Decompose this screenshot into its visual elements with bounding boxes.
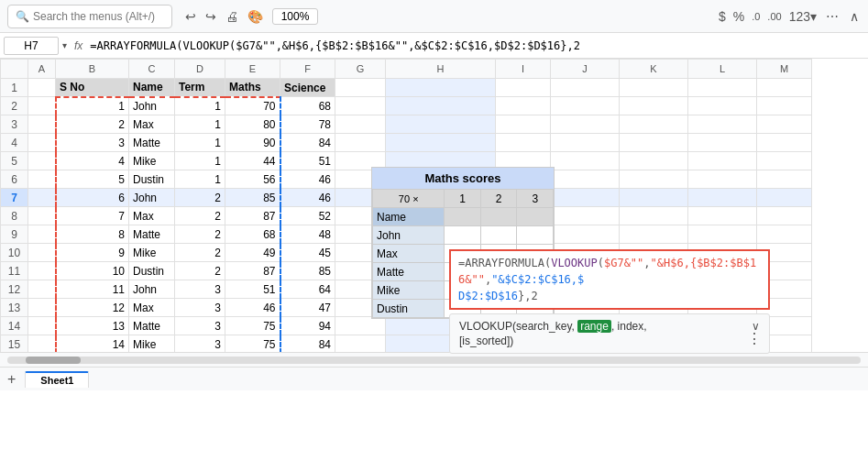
cell-b6[interactable]: 5 <box>56 170 129 189</box>
cell-h1[interactable] <box>386 79 496 97</box>
col-header-i[interactable]: I <box>496 60 551 79</box>
cell-b2[interactable]: 1 <box>56 97 129 115</box>
cell-l8[interactable] <box>688 207 757 225</box>
formula-input[interactable] <box>90 39 864 52</box>
cell-b1[interactable]: S No <box>56 79 129 97</box>
cell-i3[interactable] <box>496 115 551 134</box>
col-header-l[interactable]: L <box>688 60 757 79</box>
cell-d10[interactable]: 2 <box>175 244 225 262</box>
col-header-e[interactable]: E <box>225 60 280 79</box>
cell-c1[interactable]: Name <box>129 79 175 97</box>
cell-k5[interactable] <box>620 152 688 170</box>
cell-d7[interactable]: 2 <box>175 189 225 207</box>
cell-i1[interactable] <box>496 79 551 97</box>
col-header-m[interactable]: M <box>757 60 812 79</box>
cell-a6[interactable] <box>28 170 56 189</box>
cell-m5[interactable] <box>757 152 812 170</box>
cell-a7[interactable] <box>28 189 56 207</box>
col-header-b[interactable]: B <box>56 60 129 79</box>
cell-m1[interactable] <box>757 79 812 97</box>
cell-b14[interactable]: 13 <box>56 317 129 335</box>
cell-e11[interactable]: 87 <box>225 262 280 280</box>
cell-c9[interactable]: Matte <box>129 225 175 244</box>
cell-d14[interactable]: 3 <box>175 317 225 335</box>
cell-m9[interactable] <box>757 225 812 244</box>
cell-e7[interactable]: 85 <box>225 189 280 207</box>
cell-a14[interactable] <box>28 317 56 335</box>
cell-j1[interactable] <box>551 79 620 97</box>
print-icon[interactable]: 🖨 <box>224 7 240 26</box>
cell-e10[interactable]: 49 <box>225 244 280 262</box>
cell-i2[interactable] <box>496 97 551 115</box>
cell-f6[interactable]: 46 <box>280 170 335 189</box>
cell-e9[interactable]: 68 <box>225 225 280 244</box>
horizontal-scrollbar[interactable] <box>7 357 861 364</box>
cell-l9[interactable] <box>688 225 757 244</box>
cell-a15[interactable] <box>28 335 56 354</box>
cell-a11[interactable] <box>28 262 56 280</box>
cell-e15[interactable]: 75 <box>225 335 280 354</box>
cell-f13[interactable]: 47 <box>280 299 335 317</box>
col-header-k[interactable]: K <box>620 60 688 79</box>
cell-l3[interactable] <box>688 115 757 134</box>
cell-j7[interactable] <box>551 189 620 207</box>
cell-g1[interactable] <box>335 79 386 97</box>
cell-c8[interactable]: Max <box>129 207 175 225</box>
cell-j2[interactable] <box>551 97 620 115</box>
cell-l7[interactable] <box>688 189 757 207</box>
col-header-h[interactable]: H <box>386 60 496 79</box>
cell-k8[interactable] <box>620 207 688 225</box>
scrollbar-thumb[interactable] <box>26 357 81 364</box>
cell-g14[interactable] <box>335 317 386 335</box>
cell-f12[interactable]: 64 <box>280 280 335 299</box>
cell-a1[interactable] <box>28 79 56 97</box>
cell-c3[interactable]: Max <box>129 115 175 134</box>
cell-j6[interactable] <box>551 170 620 189</box>
cell-d5[interactable]: 1 <box>175 152 225 170</box>
cell-c2[interactable]: John <box>129 97 175 115</box>
cell-a13[interactable] <box>28 299 56 317</box>
cell-j9[interactable] <box>551 225 620 244</box>
col-header-d[interactable]: D <box>175 60 225 79</box>
paint-format-icon[interactable]: 🎨 <box>246 7 265 26</box>
cell-b15[interactable]: 14 <box>56 335 129 354</box>
cell-c12[interactable]: John <box>129 280 175 299</box>
redo-icon[interactable]: ↪ <box>203 7 218 26</box>
search-input[interactable] <box>33 10 161 23</box>
cell-m7[interactable] <box>757 189 812 207</box>
cell-f14[interactable]: 94 <box>280 317 335 335</box>
cell-j3[interactable] <box>551 115 620 134</box>
col-header-g[interactable]: G <box>335 60 386 79</box>
cell-b7[interactable]: 6 <box>56 189 129 207</box>
cell-d13[interactable]: 3 <box>175 299 225 317</box>
cell-c13[interactable]: Max <box>129 299 175 317</box>
cell-g2[interactable] <box>335 97 386 115</box>
cell-e14[interactable]: 75 <box>225 317 280 335</box>
cell-e1[interactable]: Maths <box>225 79 280 97</box>
undo-icon[interactable]: ↩ <box>183 7 198 26</box>
col-header-f[interactable]: F <box>280 60 335 79</box>
three-dots-icon[interactable]: ⋮ <box>747 330 762 347</box>
cell-c11[interactable]: Dustin <box>129 262 175 280</box>
cell-m6[interactable] <box>757 170 812 189</box>
cell-j5[interactable] <box>551 152 620 170</box>
col-header-j[interactable]: J <box>551 60 620 79</box>
cell-c6[interactable]: Dustin <box>129 170 175 189</box>
cell-m4[interactable] <box>757 134 812 152</box>
cell-f5[interactable]: 51 <box>280 152 335 170</box>
cell-d9[interactable]: 2 <box>175 225 225 244</box>
cell-f8[interactable]: 52 <box>280 207 335 225</box>
cell-f3[interactable]: 78 <box>280 115 335 134</box>
col-header-a[interactable]: A <box>28 60 56 79</box>
cell-b12[interactable]: 11 <box>56 280 129 299</box>
cell-a10[interactable] <box>28 244 56 262</box>
cell-i4[interactable] <box>496 134 551 152</box>
cell-e3[interactable]: 80 <box>225 115 280 134</box>
cell-e5[interactable]: 44 <box>225 152 280 170</box>
cell-l6[interactable] <box>688 170 757 189</box>
cell-f1[interactable]: Science <box>280 79 335 97</box>
cell-e8[interactable]: 87 <box>225 207 280 225</box>
cell-d1[interactable]: Term <box>175 79 225 97</box>
cell-f15[interactable]: 84 <box>280 335 335 354</box>
cell-b11[interactable]: 10 <box>56 262 129 280</box>
